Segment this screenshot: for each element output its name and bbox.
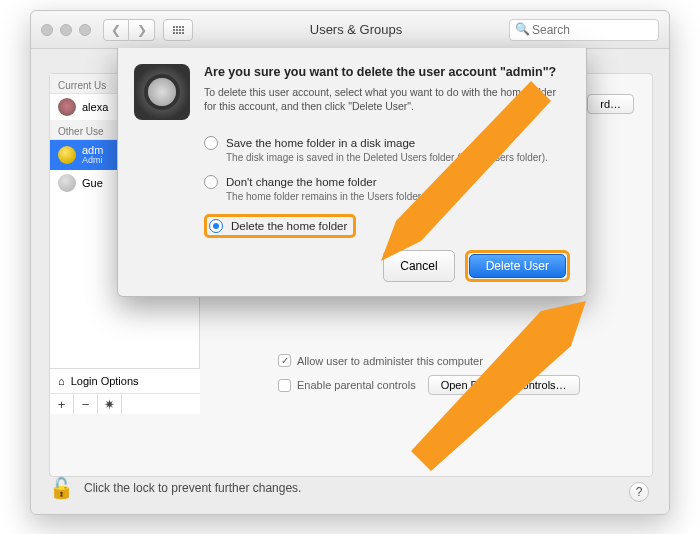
user-options: ✓ Allow user to administer this computer…	[278, 354, 580, 403]
traffic-lights	[41, 24, 91, 36]
sidebar-footer: ⌂ Login Options + − ✷	[50, 368, 200, 414]
action-menu-button[interactable]: ✷	[98, 394, 122, 414]
option-label: Save the home folder in a disk image	[226, 137, 415, 149]
parental-checkbox-row: Enable parental controls Open Parental C…	[278, 375, 580, 395]
forward-button[interactable]: ❯	[129, 19, 155, 41]
search-wrap: 🔍	[509, 19, 659, 41]
admin-checkbox-row[interactable]: ✓ Allow user to administer this computer	[278, 354, 580, 367]
preferences-window: ❮ ❯ Users & Groups 🔍 Current Us alexa	[30, 10, 670, 515]
option-dont-change[interactable]: Don't change the home folder The home fo…	[204, 175, 570, 202]
login-options-label: Login Options	[71, 375, 139, 387]
cancel-button[interactable]: Cancel	[383, 250, 454, 282]
option-label: Delete the home folder	[231, 220, 347, 232]
add-user-button[interactable]: +	[50, 394, 74, 414]
back-button[interactable]: ❮	[103, 19, 129, 41]
dialog-description: To delete this user account, select what…	[204, 85, 570, 113]
grid-icon	[173, 26, 184, 34]
titlebar: ❮ ❯ Users & Groups 🔍	[31, 11, 669, 49]
help-button[interactable]: ?	[629, 482, 649, 502]
avatar-icon	[58, 174, 76, 192]
sidebar-item-sublabel: Admi	[82, 156, 103, 166]
checkbox-icon	[278, 379, 291, 392]
remove-user-button[interactable]: −	[74, 394, 98, 414]
dialog-title: Are you sure you want to delete the user…	[204, 64, 570, 81]
minimize-icon[interactable]	[60, 24, 72, 36]
delete-user-dialog: Are you sure you want to delete the user…	[117, 48, 587, 297]
option-save-disk-image[interactable]: Save the home folder in a disk image The…	[204, 136, 570, 163]
close-icon[interactable]	[41, 24, 53, 36]
radio-icon	[204, 136, 218, 150]
nav-buttons: ❮ ❯	[103, 19, 155, 41]
add-remove-buttons: + − ✷	[50, 394, 200, 414]
admin-checkbox-label: Allow user to administer this computer	[297, 355, 483, 367]
window-title: Users & Groups	[203, 22, 509, 37]
option-label: Don't change the home folder	[226, 176, 377, 188]
option-delete-folder[interactable]: Delete the home folder	[204, 214, 570, 238]
parental-checkbox[interactable]: Enable parental controls	[278, 379, 416, 392]
option-sublabel: The home folder remains in the Users fol…	[226, 191, 570, 202]
lock-text: Click the lock to prevent further change…	[84, 481, 301, 495]
lock-icon[interactable]: 🔓	[49, 476, 74, 500]
system-prefs-icon	[134, 64, 190, 120]
checkbox-icon: ✓	[278, 354, 291, 367]
highlight-annotation: Delete the home folder	[204, 214, 356, 238]
avatar-icon	[58, 146, 76, 164]
sidebar-item-label: Gue	[82, 177, 103, 189]
delete-user-button[interactable]: Delete User	[469, 254, 566, 278]
change-password-button[interactable]: rd…	[587, 94, 634, 114]
open-parental-controls-button[interactable]: Open Parental Controls…	[428, 375, 580, 395]
zoom-icon[interactable]	[79, 24, 91, 36]
highlight-annotation: Delete User	[465, 250, 570, 282]
avatar-icon	[58, 98, 76, 116]
sidebar-item-label: alexa	[82, 101, 108, 113]
dialog-buttons: Cancel Delete User	[134, 250, 570, 282]
lock-row: 🔓 Click the lock to prevent further chan…	[49, 476, 301, 500]
search-icon: 🔍	[515, 22, 530, 36]
radio-icon	[209, 219, 223, 233]
option-sublabel: The disk image is saved in the Deleted U…	[226, 152, 570, 163]
home-icon: ⌂	[58, 375, 65, 387]
parental-checkbox-label: Enable parental controls	[297, 379, 416, 391]
dialog-options: Save the home folder in a disk image The…	[204, 136, 570, 238]
login-options[interactable]: ⌂ Login Options	[50, 369, 200, 394]
show-all-button[interactable]	[163, 19, 193, 41]
search-input[interactable]	[509, 19, 659, 41]
radio-icon	[204, 175, 218, 189]
